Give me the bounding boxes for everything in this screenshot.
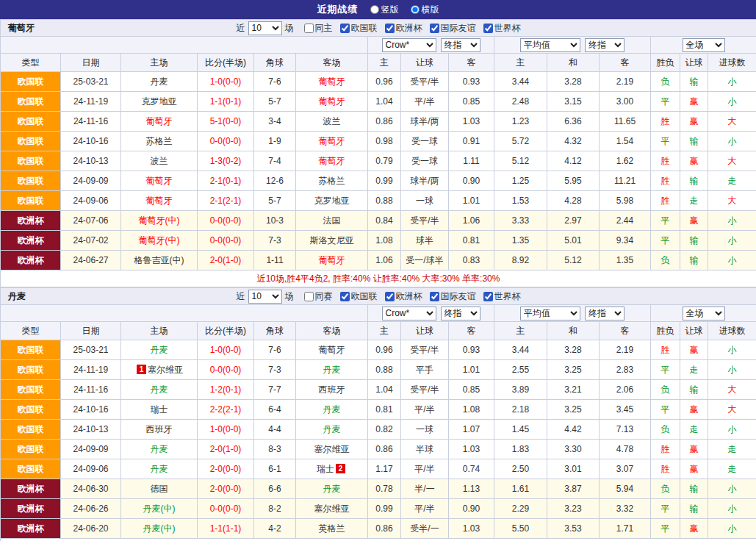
score: 0-0(0-0)	[198, 360, 254, 380]
filter-同主[interactable]: 同主	[304, 22, 333, 35]
home-team: 葡萄牙	[121, 171, 198, 191]
fulltime-select[interactable]: 全场	[683, 38, 725, 52]
result-goals: 小	[708, 132, 756, 151]
team-name: 丹麦	[151, 444, 168, 454]
page: 近期战绩 竖版 横版 葡萄牙 近 10 场	[0, 0, 756, 541]
layout-radio-horizontal[interactable]: 横版	[411, 4, 439, 16]
average-odds-select[interactable]: 平均值	[520, 307, 580, 320]
filter-checkbox[interactable]	[304, 292, 314, 301]
corner-score: 7-7	[254, 380, 296, 400]
team-name: 丹麦(中)	[143, 523, 176, 534]
handicap-line: 受一球	[401, 151, 449, 171]
filter-checkbox[interactable]	[304, 24, 314, 33]
filter-欧国联[interactable]: 欧国联	[340, 290, 378, 303]
filter-欧洲杯[interactable]: 欧洲杯	[385, 290, 422, 303]
handicap-line: 球半/两	[401, 112, 449, 132]
filter-国际友谊[interactable]: 国际友谊	[430, 22, 476, 35]
result-goals: 大	[708, 191, 756, 211]
team-name: 丹麦(中)	[143, 504, 176, 514]
handicap-line: 受一球	[401, 132, 449, 151]
avg-odds-draw: 4.32	[547, 132, 600, 151]
avg-odds-home: 2.29	[494, 499, 547, 519]
team-name: 法国	[323, 215, 341, 226]
match-date: 24-11-19	[61, 92, 121, 112]
europe-odds-selects: 平均值 终指	[494, 305, 651, 322]
avg-odds-home: 3.33	[494, 211, 547, 231]
match-row: 欧洲杯24-06-26丹麦(中)0-0(0-0)8-2塞尔维亚0.99平/半0.…	[1, 499, 756, 519]
final-odds-select[interactable]: 终指	[441, 307, 480, 320]
score: 2-1(2-1)	[198, 191, 254, 211]
team-name: 格鲁吉亚(中)	[134, 255, 184, 265]
filter-国际友谊[interactable]: 国际友谊	[430, 290, 476, 303]
filter-checkbox[interactable]	[483, 292, 493, 301]
filter-checkbox[interactable]	[385, 292, 395, 301]
match-count-select[interactable]: 10	[248, 21, 282, 35]
match-count-select[interactable]: 10	[248, 290, 282, 304]
avg-odds-home: 1.25	[494, 171, 547, 191]
match-row: 欧国联24-11-191塞尔维亚0-0(0-0)7-3丹麦0.88平手1.012…	[1, 360, 756, 380]
col-corner: 角球	[254, 54, 296, 72]
filter-欧洲杯[interactable]: 欧洲杯	[385, 22, 422, 35]
col-avg-home: 主	[494, 322, 547, 340]
corner-score: 7-4	[254, 151, 296, 171]
result-wdl: 平	[651, 231, 680, 251]
match-row: 欧国联24-09-09葡萄牙2-1(0-1)12-6苏格兰0.99球半/两0.9…	[1, 171, 756, 191]
filter-checkbox[interactable]	[430, 292, 439, 301]
match-row: 欧国联24-09-06葡萄牙2-1(2-1)5-7克罗地亚0.88一球1.011…	[1, 191, 756, 211]
handicap-odds-away: 1.03	[449, 440, 494, 459]
vertical-radio-input[interactable]	[370, 5, 379, 14]
filter-checkbox[interactable]	[340, 24, 350, 33]
filter-世界杯[interactable]: 世界杯	[483, 22, 521, 35]
handicap-odds-away: 0.90	[449, 499, 494, 519]
team-name: 丹麦	[151, 76, 168, 87]
league-type-badge: 欧国联	[1, 440, 61, 459]
handicap-line: 平/半	[401, 459, 449, 479]
odds-company-select[interactable]: Crow*	[382, 307, 436, 320]
avg-odds-draw: 5.95	[547, 171, 600, 191]
summary-row: 近10场,胜4平4负2, 胜率:40% 让胜率:40% 大率:30% 单率:30…	[1, 270, 756, 287]
avg-odds-away: 1.35	[600, 251, 651, 270]
filter-label: 世界杯	[494, 290, 521, 303]
final-odds-select-2[interactable]: 终指	[585, 38, 624, 52]
result-handicap: 输	[680, 132, 708, 151]
final-odds-select-2[interactable]: 终指	[585, 307, 624, 320]
home-team: 瑞士	[121, 400, 198, 420]
corner-score: 3-4	[254, 112, 296, 132]
final-odds-select[interactable]: 终指	[441, 38, 480, 52]
avg-odds-away: 11.21	[600, 171, 651, 191]
filter-checkbox[interactable]	[340, 292, 350, 301]
horizontal-radio-input[interactable]	[411, 5, 420, 14]
average-odds-select[interactable]: 平均值	[520, 38, 580, 52]
result-wdl: 胜	[651, 112, 680, 132]
avg-odds-home: 2.55	[494, 360, 547, 380]
filter-checkbox[interactable]	[430, 24, 439, 33]
avg-odds-draw: 3.28	[547, 340, 600, 360]
away-team: 葡萄牙	[296, 340, 368, 360]
result-wdl: 胜	[651, 171, 680, 191]
filter-label: 同赛	[315, 290, 333, 303]
col-odds-away: 客	[449, 322, 494, 340]
result-handicap: 赢	[680, 112, 708, 132]
score: 1-2(0-1)	[198, 380, 254, 400]
match-row: 欧洲杯24-06-27格鲁吉亚(中)2-0(1-0)1-11葡萄牙1.06受一/…	[1, 251, 756, 270]
league-type-badge: 欧洲杯	[1, 231, 61, 251]
fulltime-select[interactable]: 全场	[683, 307, 725, 320]
result-handicap: 输	[680, 479, 708, 499]
match-date: 24-11-19	[61, 360, 121, 380]
filter-label: 欧洲杯	[396, 22, 422, 35]
filter-世界杯[interactable]: 世界杯	[483, 290, 521, 303]
filter-checkbox[interactable]	[385, 24, 395, 33]
corner-score: 8-2	[254, 499, 296, 519]
corner-score: 6-4	[254, 400, 296, 420]
filter-同赛[interactable]: 同赛	[304, 290, 333, 303]
team-name: 丹麦	[323, 484, 341, 494]
odds-company-select[interactable]: Crow*	[382, 38, 436, 52]
layout-radio-vertical[interactable]: 竖版	[370, 4, 399, 16]
filter-欧国联[interactable]: 欧国联	[340, 22, 378, 35]
handicap-odds-away: 0.93	[449, 72, 494, 92]
team-name: 波兰	[151, 156, 168, 166]
handicap-odds-away: 1.06	[449, 211, 494, 231]
team-name: 葡萄牙	[146, 176, 173, 186]
handicap-odds-away: 1.08	[449, 400, 494, 420]
filter-checkbox[interactable]	[483, 24, 493, 33]
